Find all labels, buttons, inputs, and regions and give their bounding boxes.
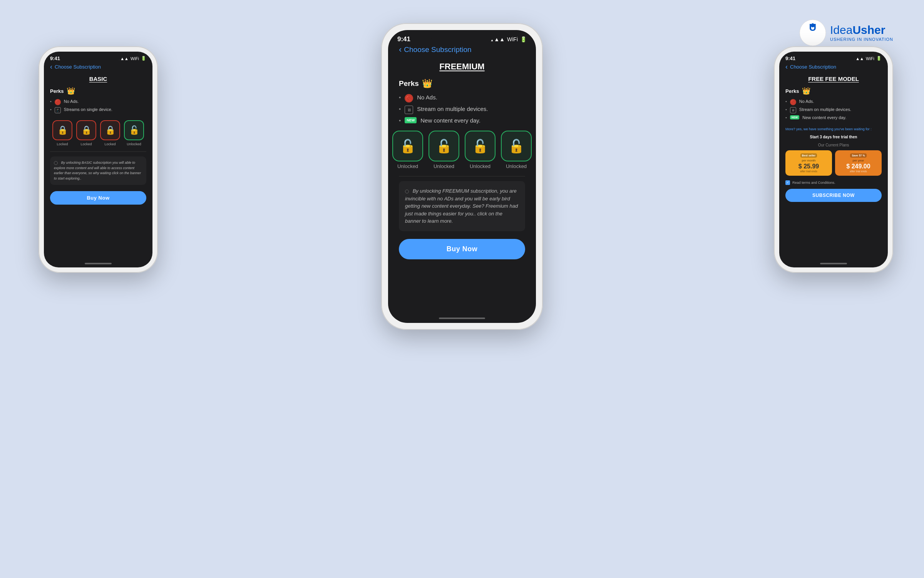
- perks-heading-basic: Perks 👑: [50, 87, 146, 95]
- plan-card-yearly[interactable]: Save 57 % per year $ 249.00 after trial …: [835, 150, 882, 176]
- plan-note-yearly: after trial ends: [850, 170, 867, 173]
- lock-box-freemium-3: 🔓: [465, 131, 495, 161]
- lock-item-freemium-1: 🔓 Unlocked: [392, 131, 423, 169]
- plan-period-yearly: per year: [853, 159, 864, 162]
- perk-text-freemium-1: No Ads.: [417, 94, 437, 101]
- notch-basic: [75, 52, 121, 62]
- nav-back-freemium[interactable]: ‹ Choose Subscription: [399, 45, 525, 55]
- lock-label-freemium-1: Unlocked: [397, 163, 418, 169]
- perks-list-free-fee: • 🚫 No Ads. • 🖥 Stream on multiple devic…: [785, 99, 882, 120]
- perk-item-free-fee-2: • 🖥 Stream on multiple devices.: [785, 107, 882, 113]
- iphone-frame-free-fee: 9:41 ▲▲▲ WiFi 🔋 ‹ Choose Subscription FR…: [774, 46, 893, 273]
- lock-label-basic-1: Locked: [57, 142, 68, 146]
- logo-usher: Usher: [852, 24, 885, 36]
- terms-label: Read terms and Conditions.: [792, 181, 835, 185]
- lock-item-freemium-3: 🔓 Unlocked: [465, 131, 495, 169]
- description-box-freemium: By unlocking FREEMIUM subscription, you …: [399, 181, 525, 231]
- lock-item-basic-2: 🔒 Locked: [76, 120, 96, 146]
- plan-period-monthly: per month: [802, 159, 815, 162]
- trial-text-free-fee: Start 3 days free trial then: [785, 135, 882, 139]
- perk-text-basic-1: No Ads.: [64, 99, 79, 104]
- screen-content-free-fee: ‹ Choose Subscription FREE FEE MODEL Per…: [779, 63, 888, 262]
- home-indicator-basic: [85, 263, 112, 264]
- perk-item-free-fee-3: • NEW New content every day.: [785, 115, 882, 120]
- wifi-icon: WiFi: [131, 56, 139, 61]
- no-ads-icon-free-fee: 🚫: [790, 99, 796, 105]
- nav-back-label-freemium: Choose Subscription: [404, 45, 471, 54]
- lock-label-freemium-3: Unlocked: [470, 163, 490, 169]
- lock-box-basic-1: 🔒: [52, 120, 72, 140]
- perk-text-free-fee-3: New content every day.: [802, 115, 846, 120]
- logo-icon: U: [799, 19, 826, 46]
- perk-text-basic-2: Streams on single device.: [64, 107, 112, 112]
- perk-text-free-fee-2: Stream on multiple devices.: [799, 107, 851, 112]
- iphone-frame-basic: 9:41 ▲▲▲ WiFi 🔋 ‹ Choose Subscription BA…: [38, 46, 158, 273]
- lock-label-basic-4: Unlocked: [127, 142, 141, 146]
- nav-back-label-free-fee: Choose Subscription: [790, 64, 836, 70]
- plan-price-yearly: $ 249.00: [846, 163, 870, 170]
- radio-dot-basic: [54, 161, 58, 165]
- perks-label-freemium: Perks: [399, 79, 419, 88]
- new-icon-freemium: NEW: [405, 117, 417, 123]
- wifi-icon-free-fee: WiFi: [866, 56, 874, 61]
- chevron-icon-basic: ‹: [50, 63, 52, 71]
- buy-now-button-freemium[interactable]: Buy Now: [399, 239, 525, 259]
- perk-item-free-fee-1: • 🚫 No Ads.: [785, 99, 882, 105]
- perk-text-free-fee-1: No Ads.: [799, 99, 814, 104]
- nav-back-label-basic: Choose Subscription: [55, 64, 101, 70]
- phone-basic: 9:41 ▲▲▲ WiFi 🔋 ‹ Choose Subscription BA…: [38, 46, 158, 273]
- locks-grid-freemium: 🔓 Unlocked 🔓 Unlocked 🔓 Unlocked 🔓 Unloc…: [399, 131, 525, 169]
- logo-idea: Idea: [830, 24, 852, 36]
- home-indicator-freemium: [439, 318, 485, 319]
- wifi-icon-freemium: WiFi: [507, 36, 518, 42]
- device-icon-freemium: 🖥: [405, 106, 413, 114]
- lock-box-basic-4: 🔓: [124, 120, 144, 140]
- buy-now-button-basic[interactable]: Buy Now: [50, 191, 146, 205]
- battery-icon-free-fee: 🔋: [876, 56, 882, 61]
- logo-tagline: USHERING IN INNOVATION: [830, 37, 893, 42]
- perk-item-basic-2: • 📱 Streams on single device.: [50, 107, 146, 113]
- perks-heading-free-fee: Perks 👑: [785, 87, 882, 95]
- lock-label-freemium-2: Unlocked: [434, 163, 454, 169]
- plan-note-monthly: after trail ends: [800, 170, 817, 173]
- iphone-frame-freemium: 9:41 ▲▲▲ WiFi 🔋 ‹ Choose Subscription FR…: [381, 23, 543, 330]
- chevron-icon-freemium: ‹: [399, 45, 402, 55]
- phone-freemium: 9:41 ▲▲▲ WiFi 🔋 ‹ Choose Subscription FR…: [381, 23, 543, 330]
- subscribe-now-button[interactable]: SUBSCRIBE NOW: [785, 189, 882, 202]
- perk-item-freemium-3: • NEW New content every day.: [399, 117, 525, 124]
- nav-back-basic[interactable]: ‹ Choose Subscription: [50, 63, 146, 71]
- device-icon-basic: 📱: [55, 107, 61, 113]
- device-icon-free-fee: 🖥: [790, 107, 796, 113]
- status-time-basic: 9:41: [50, 55, 60, 61]
- lock-item-basic-3: 🔒 Locked: [100, 120, 120, 146]
- locks-grid-basic: 🔒 Locked 🔒 Locked 🔒 Locked 🔓 Unlocked: [50, 120, 146, 146]
- lock-box-freemium-1: 🔓: [392, 131, 423, 161]
- notch-free-fee: [810, 52, 857, 62]
- plan-badge-yearly: Save 57 %: [850, 153, 866, 158]
- promo-text-free-fee: More? yes, we have something you've been…: [785, 127, 882, 132]
- lock-label-basic-3: Locked: [104, 142, 116, 146]
- divider-basic: [50, 151, 146, 152]
- perk-item-freemium-2: • 🖥 Stream on multiple devices.: [399, 106, 525, 114]
- iphone-screen-free-fee: 9:41 ▲▲▲ WiFi 🔋 ‹ Choose Subscription FR…: [779, 52, 888, 267]
- lock-label-basic-2: Locked: [80, 142, 92, 146]
- terms-checkbox[interactable]: ✓: [785, 180, 790, 185]
- plan-card-monthly[interactable]: Best seller per month $ 25.99 after trai…: [785, 150, 832, 176]
- plans-row-free-fee: Best seller per month $ 25.99 after trai…: [785, 150, 882, 176]
- no-ads-icon-freemium: 🚫: [405, 94, 413, 102]
- lock-box-freemium-2: 🔓: [429, 131, 459, 161]
- perk-item-freemium-1: • 🚫 No Ads.: [399, 94, 525, 102]
- description-text-freemium: By unlocking FREEMIUM subscription, you …: [405, 187, 519, 225]
- logo-text: Idea Usher USHERING IN INNOVATION: [830, 24, 893, 42]
- nav-back-free-fee[interactable]: ‹ Choose Subscription: [785, 63, 882, 71]
- page-title-freemium: FREEMIUM: [399, 62, 525, 72]
- plan-price-monthly: $ 25.99: [798, 163, 819, 170]
- description-text-basic: By unlocking BASIC subscription you will…: [54, 160, 142, 181]
- radio-dot-freemium: [405, 190, 409, 193]
- no-ads-icon-basic: 🚫: [55, 99, 61, 105]
- screen-content-freemium: ‹ Choose Subscription FREEMIUM Perks 👑 •…: [388, 45, 536, 314]
- terms-row: ✓ Read terms and Conditions.: [785, 180, 882, 185]
- lock-box-basic-3: 🔒: [100, 120, 120, 140]
- perks-label-basic: Perks: [50, 88, 64, 94]
- lock-item-basic-4: 🔓 Unlocked: [124, 120, 144, 146]
